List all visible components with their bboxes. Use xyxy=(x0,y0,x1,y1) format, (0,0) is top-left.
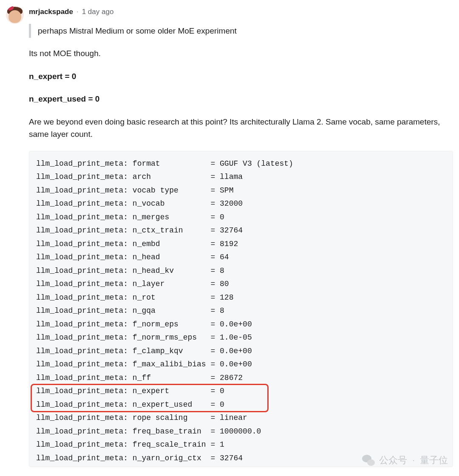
username[interactable]: mrjackspade xyxy=(29,8,73,16)
bold-line-n-expert: n_expert = 0 xyxy=(29,70,453,82)
paragraph: Its not MOE though. xyxy=(29,47,453,60)
code-line: llm_load_print_meta: freq_base_train = 1… xyxy=(36,425,446,439)
meta-separator: · xyxy=(76,8,79,16)
code-line: llm_load_print_meta: n_ff = 28672 xyxy=(36,371,446,385)
comment: mrjackspade · 1 day ago perhaps Mistral … xyxy=(0,0,459,467)
code-line: llm_load_print_meta: rope scaling = line… xyxy=(36,411,446,425)
code-line: llm_load_print_meta: format = GGUF V3 (l… xyxy=(36,157,446,171)
code-line: llm_load_print_meta: arch = llama xyxy=(36,170,446,184)
code-line: llm_load_print_meta: n_embd = 8192 xyxy=(36,238,446,251)
code-line: llm_load_print_meta: n_layer = 80 xyxy=(36,278,446,291)
code-line: llm_load_print_meta: n_merges = 0 xyxy=(36,211,446,224)
timestamp[interactable]: 1 day ago xyxy=(82,8,114,16)
code-line: llm_load_print_meta: n_yarn_orig_ctx = 3… xyxy=(36,452,446,465)
code-line: llm_load_print_meta: n_expert_used = 0 xyxy=(36,398,446,412)
bold-line-n-expert-used: n_expert_used = 0 xyxy=(29,93,453,105)
code-line: llm_load_print_meta: vocab type = SPM xyxy=(36,184,446,198)
quote-text: perhaps Mistral Medium or some older MoE… xyxy=(38,26,237,35)
avatar[interactable] xyxy=(6,6,24,24)
code-line: llm_load_print_meta: f_norm_rms_eps = 1.… xyxy=(36,331,446,345)
code-line: llm_load_print_meta: f_clamp_kqv = 0.0e+… xyxy=(36,345,446,358)
comment-meta: mrjackspade · 1 day ago xyxy=(29,8,453,16)
code-line: llm_load_print_meta: n_expert = 0 xyxy=(36,385,446,398)
blockquote: perhaps Mistral Medium or some older MoE… xyxy=(29,24,453,38)
code-line: llm_load_print_meta: f_max_alibi_bias = … xyxy=(36,358,446,371)
code-block: llm_load_print_meta: format = GGUF V3 (l… xyxy=(29,151,453,468)
comment-content: perhaps Mistral Medium or some older MoE… xyxy=(29,24,453,467)
code-line: llm_load_print_meta: n_rot = 128 xyxy=(36,291,446,305)
code-line: llm_load_print_meta: n_vocab = 32000 xyxy=(36,197,446,211)
code-line: llm_load_print_meta: n_head = 64 xyxy=(36,251,446,264)
code-line: llm_load_print_meta: f_norm_eps = 0.0e+0… xyxy=(36,318,446,332)
code-line: llm_load_print_meta: n_head_kv = 8 xyxy=(36,264,446,278)
code-line: llm_load_print_meta: n_gqa = 8 xyxy=(36,304,446,318)
comment-body: mrjackspade · 1 day ago perhaps Mistral … xyxy=(29,5,453,467)
code-line: llm_load_print_meta: freq_scale_train = … xyxy=(36,438,446,452)
code-line: llm_load_print_meta: n_ctx_train = 32764 xyxy=(36,224,446,238)
paragraph: Are we beyond even doing basic research … xyxy=(29,116,453,141)
